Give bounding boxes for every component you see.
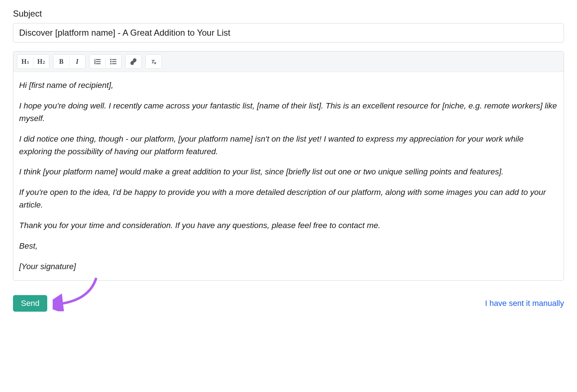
svg-rect-7 xyxy=(113,59,116,60)
link-group xyxy=(125,54,142,69)
subject-label: Subject xyxy=(13,9,564,19)
clear-format-icon: T xyxy=(150,58,157,65)
svg-point-6 xyxy=(110,59,111,60)
bold-button[interactable]: B xyxy=(53,55,69,68)
svg-rect-9 xyxy=(113,61,116,62)
editor-body[interactable]: Hi [first name of recipient], I hope you… xyxy=(13,72,564,280)
svg-point-10 xyxy=(110,63,111,64)
heading1-button[interactable]: H1 xyxy=(17,55,33,68)
send-button[interactable]: Send xyxy=(13,295,47,312)
footer-actions: Send I have sent it manually xyxy=(13,295,564,312)
body-paragraph: [Your signature] xyxy=(19,260,558,273)
heading2-button[interactable]: H2 xyxy=(33,55,49,68)
editor-toolbar: H1 H2 B I 1 2 xyxy=(13,52,564,72)
body-paragraph: I think [your platform name] would make … xyxy=(19,166,558,178)
arrow-annotation-icon xyxy=(53,275,103,311)
svg-text:3: 3 xyxy=(94,62,96,64)
body-paragraph: If you're open to the idea, I'd be happy… xyxy=(19,186,558,211)
heading-group: H1 H2 xyxy=(17,54,49,69)
clear-group: T xyxy=(145,54,162,69)
list-group: 1 2 3 xyxy=(89,54,122,69)
subject-section: Subject xyxy=(13,9,564,43)
svg-rect-3 xyxy=(96,61,101,62)
unordered-list-icon xyxy=(110,58,117,65)
bold-icon: B xyxy=(59,58,63,66)
subject-input[interactable] xyxy=(13,23,564,43)
body-paragraph: I did notice one thing, though - our pla… xyxy=(19,133,558,158)
body-paragraph: Best, xyxy=(19,240,558,253)
h2-icon: H2 xyxy=(37,58,45,66)
email-editor: H1 H2 B I 1 2 xyxy=(13,51,564,281)
ordered-list-icon: 1 2 3 xyxy=(94,58,101,65)
h1-icon: H1 xyxy=(21,58,29,66)
text-style-group: B I xyxy=(53,54,85,69)
svg-rect-5 xyxy=(96,63,101,64)
italic-button[interactable]: I xyxy=(69,55,85,68)
unordered-list-button[interactable] xyxy=(105,55,121,68)
body-paragraph: I hope you're doing well. I recently cam… xyxy=(19,100,558,125)
body-paragraph: Hi [first name of recipient], xyxy=(19,79,558,92)
italic-icon: I xyxy=(76,58,78,66)
svg-text:T: T xyxy=(151,59,155,64)
body-paragraph: Thank you for your time and consideratio… xyxy=(19,219,558,232)
svg-rect-11 xyxy=(113,63,116,64)
link-icon xyxy=(130,58,137,65)
sent-manually-link[interactable]: I have sent it manually xyxy=(485,299,564,308)
svg-point-8 xyxy=(110,61,111,62)
clear-format-button[interactable]: T xyxy=(146,55,162,68)
svg-rect-1 xyxy=(96,59,101,60)
ordered-list-button[interactable]: 1 2 3 xyxy=(89,55,105,68)
link-button[interactable] xyxy=(125,55,141,68)
